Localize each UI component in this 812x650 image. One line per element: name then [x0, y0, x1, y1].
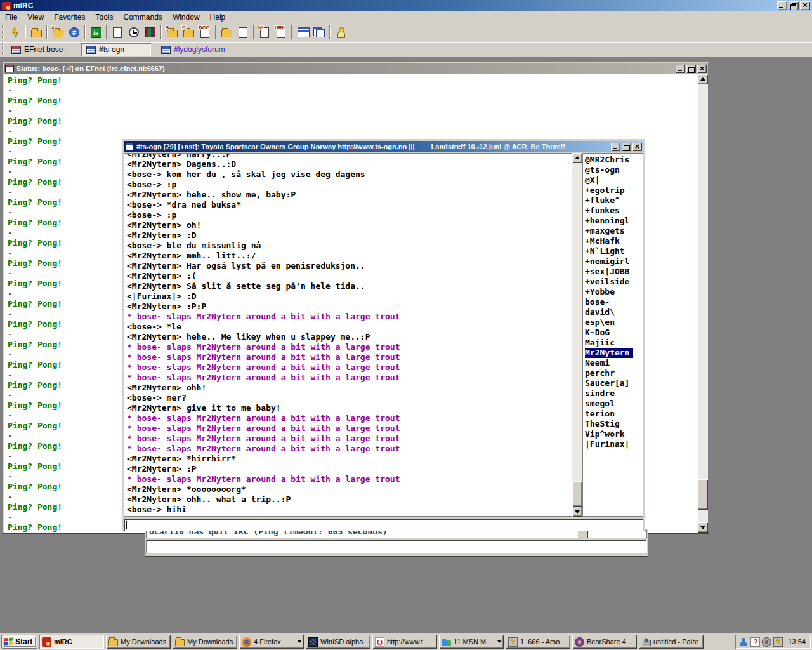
nick-list-item[interactable]: K-DoG	[585, 328, 643, 338]
nick-list-item[interactable]: Saucer[a]	[585, 378, 643, 388]
alert-tray-icon[interactable]	[750, 637, 760, 647]
channel-scrollbar[interactable]	[572, 153, 582, 517]
menu-item-file[interactable]: File	[0, 12, 22, 22]
taskbar-button-untitled-paint[interactable]: untitled - Paint	[639, 635, 704, 649]
channel-maximize-button[interactable]	[622, 143, 631, 151]
switchbar-button-efnet-bose-[interactable]: EFnet bose-	[6, 43, 76, 56]
switchbar-grip[interactable]	[2, 43, 4, 56]
status-minimize-button[interactable]	[676, 65, 685, 73]
toolbar-button-help[interactable]	[332, 25, 349, 41]
menu-item-window[interactable]: Window	[167, 12, 205, 22]
channel-scrollbar-thumb[interactable]	[572, 481, 582, 507]
mirc-app-icon[interactable]	[2, 2, 11, 10]
toolbar-button-dcc-chat[interactable]: C	[180, 25, 197, 41]
toolbar-button-tile-windows[interactable]	[294, 25, 311, 41]
nick-list-item[interactable]: +McHafk	[585, 236, 643, 246]
status-window-icon[interactable]	[5, 65, 14, 72]
channel-input-field[interactable]	[124, 519, 643, 531]
nick-list-item[interactable]: Majiic	[585, 338, 643, 348]
toolbar-button-connect[interactable]	[6, 25, 23, 41]
nick-list-item[interactable]: @ts-ogn	[585, 165, 643, 175]
taskbar-button-bearshare-4-7-0[interactable]: BearShare 4.7.0	[572, 635, 637, 649]
toolbar-button-favorites[interactable]	[66, 25, 82, 41]
toolbar-button-timer[interactable]	[126, 25, 142, 41]
nick-list-item[interactable]: @MR2Chris	[585, 155, 643, 165]
nick-list-item[interactable]: smegol	[585, 399, 643, 409]
toolbar-button-file-transfer[interactable]	[218, 25, 235, 41]
channel-window-icon[interactable]	[125, 143, 134, 150]
nick-list-item[interactable]: @X|	[585, 175, 643, 185]
nick-list-item[interactable]: +maxgets	[585, 226, 643, 236]
minimize-button[interactable]	[777, 1, 787, 10]
main-window-titlebar[interactable]: mIRC	[0, 0, 812, 11]
taskbar-button-my-downloads[interactable]: My Downloads	[106, 635, 171, 649]
channel-close-button[interactable]	[632, 143, 642, 151]
nick-list-item[interactable]: david\	[585, 307, 643, 317]
nick-list-item[interactable]: +veilside	[585, 277, 643, 287]
nick-list-item[interactable]: TheStig	[585, 419, 643, 429]
toolbar-button-options[interactable]	[28, 25, 44, 41]
taskbar-button-4-firefox[interactable]: 4 Firefox	[239, 635, 304, 649]
nick-list-item[interactable]: +sex|JOBB	[585, 267, 643, 277]
nick-list-item[interactable]: sindre	[585, 388, 643, 399]
status-close-button[interactable]	[697, 65, 707, 73]
taskbar-button-my-downloads[interactable]: My Downloads	[173, 635, 237, 649]
nick-list-item[interactable]: bose-	[585, 297, 643, 307]
taskbar-button-11-msn-mes-[interactable]: 11 MSN Mes...	[439, 635, 504, 649]
dropdown-arrow-icon[interactable]	[298, 640, 301, 643]
start-button[interactable]: Start	[1, 635, 37, 649]
toolbar-button-notify-list[interactable]: N!	[256, 25, 273, 41]
taskbar-button-http-www-t-[interactable]: http://www.t...	[372, 635, 437, 649]
volume-tray-icon[interactable]	[762, 637, 771, 647]
nick-list-item[interactable]: +Yobbe	[585, 287, 643, 297]
toolbar-button-url-list[interactable]: URL	[273, 25, 289, 41]
nick-list-item[interactable]: perchr	[585, 368, 643, 378]
toolbar-button-script-editor[interactable]	[88, 25, 104, 41]
scroll-up-icon[interactable]	[572, 153, 582, 163]
toolbar-button-address-book[interactable]	[109, 25, 126, 41]
menu-item-commands[interactable]: Commands	[119, 12, 167, 22]
status-maximize-button[interactable]	[686, 65, 696, 73]
menu-item-view[interactable]: View	[22, 12, 49, 22]
menu-item-help[interactable]: Help	[205, 12, 231, 22]
close-button[interactable]	[800, 1, 810, 10]
toolbar-button-channels-list[interactable]: #	[49, 25, 66, 41]
taskbar-button-1-666-amok-[interactable]: 1. 666 - Amok...	[506, 635, 570, 649]
scroll-down-icon[interactable]	[572, 507, 582, 517]
toolbar-button-send-file[interactable]: S	[164, 25, 180, 41]
nick-list-item[interactable]: +fluke^	[585, 196, 643, 206]
taskbar-button-mirc[interactable]: mIRC	[39, 635, 104, 649]
toolbar-button-notes[interactable]	[235, 25, 251, 41]
dropdown-arrow-icon[interactable]	[497, 640, 501, 643]
switchbar-button--ts-ogn[interactable]: #ts-ogn	[81, 43, 151, 56]
scroll-down-icon[interactable]	[698, 522, 708, 533]
messenger-tray-icon[interactable]	[739, 637, 749, 647]
background-input-field[interactable]	[146, 540, 647, 553]
winamp-tray-icon[interactable]	[773, 637, 783, 647]
nick-list-item[interactable]: +henningl	[585, 216, 643, 226]
menu-item-favorites[interactable]: Favorites	[49, 12, 90, 22]
nick-list-item[interactable]: Vip^work	[585, 429, 643, 439]
status-scrollbar-thumb[interactable]	[698, 479, 708, 510]
nick-list-item[interactable]: +nemigirl	[585, 256, 643, 267]
nick-list-item[interactable]: +N`Light	[585, 246, 643, 256]
scroll-up-icon[interactable]	[698, 74, 708, 84]
nick-list-item[interactable]: +egotrip	[585, 185, 643, 196]
status-window-titlebar[interactable]: Status: bose- [+i] on EFnet (irc.efnet.n…	[4, 63, 708, 74]
nick-list-item[interactable]: esp\en	[585, 317, 643, 328]
channel-minimize-button[interactable]	[611, 143, 620, 151]
nick-list-item[interactable]: terion	[585, 409, 643, 419]
menu-item-tools[interactable]: Tools	[91, 12, 119, 22]
toolbar-button-dcc-options[interactable]: DCC	[197, 25, 213, 41]
toolbar-button-logs[interactable]	[142, 25, 159, 41]
channel-window-titlebar[interactable]: #ts-ogn [29] [+nst]: Toyota Sportscar Ow…	[124, 141, 643, 152]
nick-list-item[interactable]: +funkes	[585, 206, 643, 216]
nick-list-item[interactable]: Neemi	[585, 358, 643, 368]
toolbar-button-cascade-windows[interactable]	[311, 25, 327, 41]
taskbar-button-winisd-alpha[interactable]: WinISD alpha	[306, 635, 370, 649]
switchbar-button--lydoglysforum[interactable]: #lydoglysforum	[156, 43, 230, 56]
status-scrollbar[interactable]	[698, 74, 708, 533]
nick-list-item[interactable]: Mr2Nytern	[585, 348, 633, 358]
nick-list-item[interactable]: |Furinax|	[585, 439, 643, 449]
restore-button[interactable]	[789, 1, 799, 10]
